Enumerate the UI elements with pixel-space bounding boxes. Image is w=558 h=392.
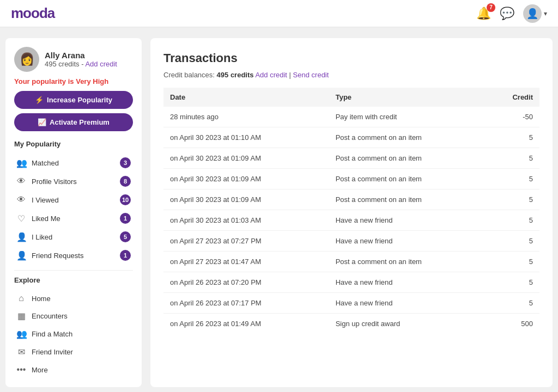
cell-type: Have a new friend	[329, 293, 487, 314]
cell-date: on April 27 2023 at 01:47 AM	[163, 252, 329, 272]
cell-type: Post a comment on an item	[329, 189, 487, 210]
cell-credit: 5	[486, 231, 539, 252]
friend-requests-label: Friend Requests	[32, 252, 83, 260]
sidebar-item-friend-inviter[interactable]: ✉ Friend Inviter	[14, 343, 133, 361]
profile-credits: 495 credits - Add credit	[45, 60, 117, 68]
sidebar-item-more[interactable]: ••• More	[14, 361, 133, 378]
friend-inviter-label: Friend Inviter	[32, 348, 73, 356]
profile-visitors-icon: 👁	[16, 176, 26, 186]
cell-date: 28 minutes ago	[163, 107, 329, 127]
messages-icon-wrap[interactable]: 💬	[500, 7, 514, 21]
table-row: on April 30 2023 at 01:09 AM Post a comm…	[163, 148, 539, 169]
cell-date: on April 26 2023 at 07:20 PM	[163, 272, 329, 293]
my-popularity-title: My Popularity	[14, 140, 133, 148]
cell-type: Have a new friend	[329, 231, 487, 252]
increase-popularity-button[interactable]: ⚡ Increase Popularity	[14, 91, 133, 109]
i-liked-icon: 👤	[16, 232, 26, 242]
add-credit-link-main[interactable]: Add credit	[255, 71, 287, 79]
notification-badge: 7	[487, 3, 495, 12]
cell-type: Sign up credit award	[329, 314, 487, 334]
find-match-label: Find a Match	[32, 330, 72, 338]
profile-info: Ally Arana 495 credits - Add credit	[45, 51, 117, 68]
cell-date: on April 30 2023 at 01:10 AM	[163, 127, 329, 148]
cell-credit: 5	[486, 272, 539, 293]
popularity-level: Very High	[76, 77, 108, 85]
encounters-label: Encounters	[32, 312, 68, 320]
credit-info: Credit balances: 495 credits Add credit …	[163, 71, 539, 79]
cell-date: on April 30 2023 at 01:03 AM	[163, 210, 329, 231]
i-viewed-label: I Viewed	[32, 196, 59, 204]
table-row: on April 26 2023 at 07:20 PM Have a new …	[163, 272, 539, 293]
home-label: Home	[32, 295, 51, 303]
cell-type: Have a new friend	[329, 272, 487, 293]
table-row: on April 30 2023 at 01:10 AM Post a comm…	[163, 127, 539, 148]
notifications-icon-wrap[interactable]: 🔔 7	[476, 7, 491, 21]
cell-type: Pay item with credit	[329, 107, 487, 127]
nav-icon-group: 🔔 7 💬 👤 ▾	[476, 4, 547, 23]
table-row: 28 minutes ago Pay item with credit -50	[163, 107, 539, 127]
sidebar-profile: 👩 Ally Arana 495 credits - Add credit	[14, 47, 133, 72]
sidebar-item-friend-requests[interactable]: 👤 Friend Requests 1	[14, 246, 133, 265]
cell-type: Post a comment on an item	[329, 169, 487, 189]
table-row: on April 26 2023 at 01:49 AM Sign up cre…	[163, 314, 539, 334]
friend-requests-count: 1	[120, 250, 131, 261]
cell-credit: -50	[486, 107, 539, 127]
encounters-icon: ▦	[16, 311, 26, 321]
activate-premium-button[interactable]: 📈 Activate Premium	[14, 113, 133, 131]
sidebar-item-encounters[interactable]: ▦ Encounters	[14, 307, 133, 325]
sidebar-item-matched[interactable]: 👥 Matched 3	[14, 154, 133, 172]
table-row: on April 30 2023 at 01:09 AM Post a comm…	[163, 169, 539, 189]
table-row: on April 26 2023 at 07:17 PM Have a new …	[163, 293, 539, 314]
sidebar-item-home[interactable]: ⌂ Home	[14, 290, 133, 307]
separator: |	[289, 71, 293, 79]
popularity-text: Your popularity is Very High	[14, 77, 133, 85]
cell-credit: 5	[486, 127, 539, 148]
sidebar-item-i-viewed[interactable]: 👁 I Viewed 10	[14, 191, 133, 209]
cell-date: on April 26 2023 at 01:49 AM	[163, 314, 329, 334]
home-icon: ⌂	[16, 293, 26, 303]
send-credit-link[interactable]: Send credit	[293, 71, 329, 79]
cell-credit: 5	[486, 210, 539, 231]
sidebar-item-find-match[interactable]: 👥 Find a Match	[14, 325, 133, 343]
liked-me-count: 1	[120, 213, 131, 224]
sidebar: 👩 Ally Arana 495 credits - Add credit Yo…	[5, 38, 142, 387]
cell-credit: 5	[486, 189, 539, 210]
user-menu-arrow: ▾	[544, 10, 547, 17]
page-title: Transactions	[163, 51, 539, 65]
sidebar-item-liked-me[interactable]: ♡ Liked Me 1	[14, 209, 133, 228]
liked-me-label: Liked Me	[32, 215, 60, 223]
i-viewed-count: 10	[120, 194, 131, 205]
cell-credit: 5	[486, 169, 539, 189]
cell-date: on April 30 2023 at 01:09 AM	[163, 169, 329, 189]
cell-credit: 5	[486, 252, 539, 272]
cell-type: Post a comment on an item	[329, 252, 487, 272]
cell-credit: 5	[486, 148, 539, 169]
matched-count: 3	[120, 157, 131, 168]
matched-label: Matched	[32, 159, 59, 167]
table-row: on April 27 2023 at 01:47 AM Post a comm…	[163, 252, 539, 272]
table-row: on April 30 2023 at 01:09 AM Post a comm…	[163, 189, 539, 210]
sidebar-item-profile-visitors[interactable]: 👁 Profile Visitors 8	[14, 172, 133, 191]
cell-type: Post a comment on an item	[329, 148, 487, 169]
main-layout: 👩 Ally Arana 495 credits - Add credit Yo…	[0, 38, 558, 387]
profile-name: Ally Arana	[45, 51, 117, 60]
cell-type: Post a comment on an item	[329, 127, 487, 148]
col-date: Date	[163, 88, 329, 107]
transactions-table: Date Type Credit 28 minutes ago Pay item…	[163, 88, 539, 334]
more-icon: •••	[16, 365, 26, 375]
lightning-icon: ⚡	[35, 96, 44, 104]
i-viewed-icon: 👁	[16, 195, 26, 205]
main-content: Transactions Credit balances: 495 credit…	[150, 38, 553, 387]
transactions-body: 28 minutes ago Pay item with credit -50 …	[163, 107, 539, 334]
profile-visitors-count: 8	[120, 176, 131, 187]
user-menu-wrap[interactable]: 👤 ▾	[523, 4, 547, 23]
cell-date: on April 30 2023 at 01:09 AM	[163, 189, 329, 210]
table-row: on April 30 2023 at 01:03 AM Have a new …	[163, 210, 539, 231]
top-navigation: mooda 🔔 7 💬 👤 ▾	[0, 0, 558, 27]
add-credit-link[interactable]: Add credit	[85, 60, 117, 68]
i-liked-label: I Liked	[32, 233, 52, 241]
profile-avatar: 👩	[14, 47, 39, 72]
sidebar-item-i-liked[interactable]: 👤 I Liked 5	[14, 228, 133, 246]
col-type: Type	[329, 88, 487, 107]
cell-date: on April 30 2023 at 01:09 AM	[163, 148, 329, 169]
